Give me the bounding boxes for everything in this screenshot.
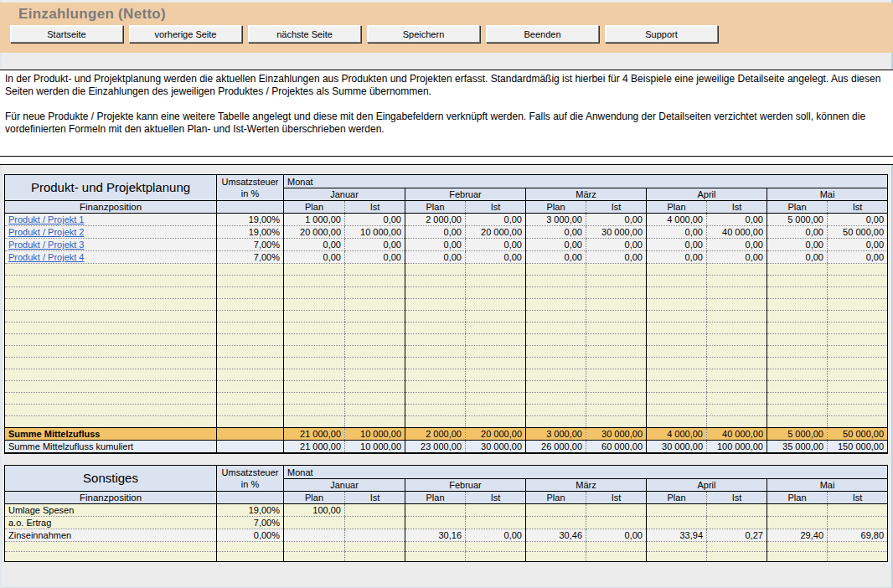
plan-value-cell[interactable]: 33,94 — [647, 529, 707, 542]
ist-value-cell[interactable] — [707, 334, 767, 346]
empty-vat-cell[interactable] — [217, 542, 284, 552]
ist-value-cell[interactable] — [828, 311, 888, 322]
empty-vat-cell[interactable] — [217, 416, 284, 428]
plan-value-cell[interactable] — [526, 542, 586, 552]
plan-value-cell[interactable] — [284, 276, 345, 287]
plan-value-cell[interactable] — [405, 299, 466, 311]
plan-value-cell[interactable] — [647, 334, 707, 346]
empty-vat-cell[interactable] — [217, 287, 284, 299]
ist-value-cell[interactable] — [466, 311, 526, 322]
ist-value-cell[interactable] — [707, 358, 767, 369]
ist-value-cell[interactable] — [828, 369, 888, 381]
plan-value-cell[interactable] — [647, 311, 707, 322]
ist-value-cell[interactable] — [345, 358, 405, 369]
ist-value-cell[interactable] — [345, 517, 405, 529]
ist-value-cell[interactable]: 0,00 — [586, 214, 647, 226]
plan-value-cell[interactable] — [284, 393, 345, 405]
support-button[interactable]: Support — [605, 25, 718, 43]
empty-name-cell[interactable] — [5, 264, 217, 276]
plan-value-cell[interactable] — [767, 322, 828, 334]
plan-value-cell[interactable]: 2 000,00 — [405, 214, 466, 226]
ist-value-cell[interactable] — [586, 311, 647, 322]
plan-value-cell[interactable]: 20 000,00 — [284, 226, 345, 239]
plan-value-cell[interactable] — [767, 393, 828, 405]
plan-value-cell[interactable] — [647, 287, 707, 299]
empty-name-cell[interactable] — [5, 299, 217, 311]
plan-value-cell[interactable] — [284, 369, 345, 381]
plan-value-cell[interactable] — [405, 552, 466, 562]
ist-value-cell[interactable] — [828, 393, 888, 405]
plan-value-cell[interactable]: 3 000,00 — [526, 214, 586, 226]
ist-value-cell[interactable] — [466, 369, 526, 381]
plan-value-cell[interactable] — [405, 334, 466, 346]
plan-value-cell[interactable] — [647, 542, 707, 552]
ist-value-cell[interactable] — [828, 416, 888, 428]
ist-value-cell[interactable] — [466, 405, 526, 416]
plan-value-cell[interactable] — [284, 416, 345, 428]
plan-value-cell[interactable] — [405, 322, 466, 334]
project-link[interactable]: Produkt / Projekt 4 — [8, 252, 85, 262]
plan-value-cell[interactable] — [405, 358, 466, 369]
ist-value-cell[interactable] — [586, 264, 647, 276]
plan-value-cell[interactable]: 0,00 — [284, 239, 345, 251]
ist-value-cell[interactable] — [586, 287, 647, 299]
ist-value-cell[interactable] — [466, 517, 526, 529]
ist-value-cell[interactable] — [345, 504, 405, 517]
ist-value-cell[interactable] — [345, 311, 405, 322]
plan-value-cell[interactable] — [647, 346, 707, 358]
ist-value-cell[interactable] — [345, 416, 405, 428]
plan-value-cell[interactable] — [405, 311, 466, 322]
ist-value-cell[interactable] — [466, 552, 526, 562]
empty-vat-cell[interactable] — [217, 334, 284, 346]
plan-value-cell[interactable] — [284, 287, 345, 299]
ist-value-cell[interactable] — [466, 504, 526, 517]
ist-value-cell[interactable] — [466, 346, 526, 358]
plan-value-cell[interactable] — [767, 381, 828, 393]
plan-value-cell[interactable] — [767, 299, 828, 311]
empty-name-cell[interactable] — [5, 346, 217, 358]
plan-value-cell[interactable] — [405, 369, 466, 381]
plan-value-cell[interactable] — [647, 322, 707, 334]
plan-value-cell[interactable] — [767, 369, 828, 381]
ist-value-cell[interactable] — [586, 552, 647, 562]
ist-value-cell[interactable] — [466, 322, 526, 334]
plan-value-cell[interactable] — [526, 346, 586, 358]
empty-name-cell[interactable] — [5, 552, 217, 562]
plan-value-cell[interactable] — [647, 276, 707, 287]
ist-value-cell[interactable]: 0,00 — [828, 214, 888, 226]
plan-value-cell[interactable] — [526, 393, 586, 405]
speichern-button[interactable]: Speichern — [367, 25, 480, 43]
ist-value-cell[interactable] — [707, 299, 767, 311]
ist-value-cell[interactable] — [707, 381, 767, 393]
plan-value-cell[interactable] — [526, 264, 586, 276]
ist-value-cell[interactable] — [586, 416, 647, 428]
plan-value-cell[interactable] — [767, 358, 828, 369]
ist-value-cell[interactable]: 0,00 — [707, 214, 767, 226]
plan-value-cell[interactable] — [767, 416, 828, 428]
plan-value-cell[interactable] — [526, 358, 586, 369]
empty-vat-cell[interactable] — [217, 405, 284, 416]
plan-value-cell[interactable] — [405, 346, 466, 358]
ist-value-cell[interactable] — [586, 369, 647, 381]
plan-value-cell[interactable] — [284, 542, 345, 552]
ist-value-cell[interactable] — [466, 287, 526, 299]
plan-value-cell[interactable]: 4 000,00 — [647, 214, 707, 226]
ist-value-cell[interactable] — [828, 287, 888, 299]
ist-value-cell[interactable]: 50 000,00 — [828, 226, 888, 239]
empty-name-cell[interactable] — [5, 311, 217, 322]
ist-value-cell[interactable] — [828, 264, 888, 276]
plan-value-cell[interactable] — [284, 299, 345, 311]
project-link[interactable]: Produkt / Projekt 2 — [8, 227, 85, 237]
plan-value-cell[interactable] — [284, 334, 345, 346]
empty-vat-cell[interactable] — [217, 346, 284, 358]
plan-value-cell[interactable] — [526, 504, 586, 517]
plan-value-cell[interactable]: 30,16 — [405, 529, 466, 542]
empty-name-cell[interactable] — [5, 287, 217, 299]
ist-value-cell[interactable] — [828, 334, 888, 346]
ist-value-cell[interactable] — [707, 504, 767, 517]
naechste-seite-button[interactable]: nächste Seite — [248, 25, 361, 43]
plan-value-cell[interactable] — [284, 264, 345, 276]
ist-value-cell[interactable] — [466, 299, 526, 311]
ist-value-cell[interactable] — [466, 393, 526, 405]
plan-value-cell[interactable] — [526, 311, 586, 322]
